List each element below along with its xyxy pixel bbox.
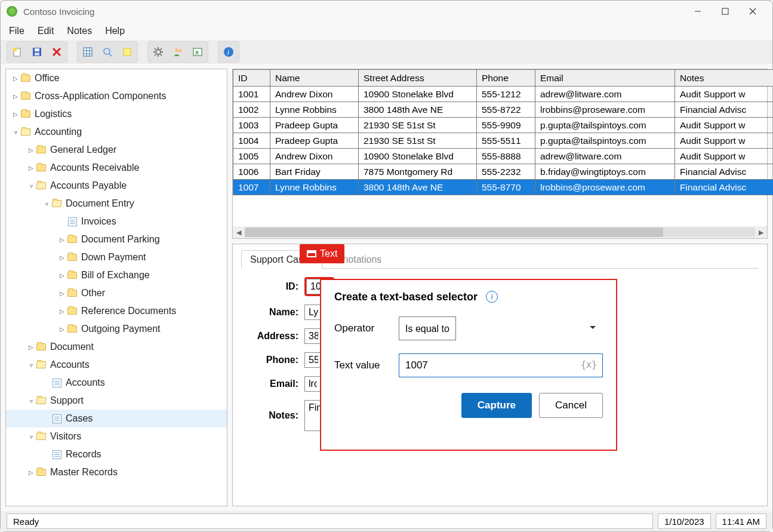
- menu-edit[interactable]: Edit: [38, 26, 54, 36]
- table-cell[interactable]: 1007: [233, 180, 270, 195]
- info-icon[interactable]: i: [220, 43, 238, 61]
- tree-expand-icon[interactable]: ▿: [26, 433, 36, 440]
- table-cell[interactable]: 555-8888: [477, 149, 535, 164]
- table-cell[interactable]: Financial Advisc: [675, 164, 774, 180]
- table-cell[interactable]: 1001: [233, 87, 270, 102]
- tree-expand-icon[interactable]: ▷: [26, 344, 36, 350]
- table-cell[interactable]: 21930 SE 51st St: [359, 118, 477, 133]
- tree-node[interactable]: ▷Office: [6, 69, 227, 87]
- table-cell[interactable]: Andrew Dixon: [270, 149, 359, 164]
- tree-node[interactable]: ▷Outgoing Payment: [6, 320, 227, 338]
- table-row[interactable]: 1004Pradeep Gupta21930 SE 51st St555-551…: [233, 133, 774, 149]
- text-selector-badge[interactable]: Text: [300, 244, 344, 263]
- table-cell[interactable]: adrew@litware.com: [535, 87, 675, 102]
- column-header[interactable]: Name: [270, 70, 359, 87]
- tree-node[interactable]: ▷Bill of Exchange: [6, 266, 227, 284]
- tree-node[interactable]: ▷Logistics: [6, 105, 227, 123]
- cancel-button[interactable]: Cancel: [539, 393, 603, 418]
- column-header[interactable]: Notes: [675, 70, 774, 87]
- tree-expand-icon[interactable]: ▷: [57, 326, 67, 333]
- variable-hint-icon[interactable]: {x}: [581, 359, 597, 370]
- column-header[interactable]: Street Address: [359, 70, 477, 87]
- minimize-button[interactable]: [684, 2, 712, 20]
- table-cell[interactable]: lrobbins@proseware.com: [535, 102, 675, 118]
- excel-icon[interactable]: X: [189, 43, 207, 61]
- tree-node[interactable]: ▿Accounts: [6, 356, 227, 374]
- table-cell[interactable]: 10900 Stonelake Blvd: [359, 149, 477, 164]
- tree-expand-icon[interactable]: ▷: [57, 290, 67, 297]
- table-cell[interactable]: Audit Support w: [675, 133, 774, 149]
- note-icon[interactable]: [118, 43, 136, 61]
- operator-select[interactable]: Is equal to: [399, 316, 456, 340]
- tree-node[interactable]: ▷Reference Documents: [6, 302, 227, 320]
- table-cell[interactable]: p.gupta@tailspintoys.com: [535, 133, 675, 149]
- table-cell[interactable]: lrobbins@proseware.com: [535, 180, 675, 195]
- table-cell[interactable]: 1003: [233, 118, 270, 133]
- column-header[interactable]: ID: [233, 70, 270, 87]
- menu-help[interactable]: Help: [105, 26, 125, 36]
- table-cell[interactable]: 1005: [233, 149, 270, 164]
- table-cell[interactable]: Pradeep Gupta: [270, 118, 359, 133]
- info-icon[interactable]: i: [486, 291, 498, 303]
- users-icon[interactable]: [169, 43, 187, 61]
- tree-expand-icon[interactable]: ▷: [11, 75, 20, 82]
- tree-expand-icon[interactable]: ▷: [26, 147, 36, 153]
- tree-expand-icon[interactable]: ▷: [57, 254, 67, 261]
- tree-expand-icon[interactable]: ▷: [26, 469, 36, 476]
- tree-node[interactable]: ▷General Ledger: [6, 141, 227, 159]
- column-header[interactable]: Phone: [477, 70, 535, 87]
- tree-node[interactable]: ▷Accounts Receivable: [6, 159, 227, 177]
- table-cell[interactable]: Pradeep Gupta: [270, 133, 359, 149]
- tree-expand-icon[interactable]: ▷: [11, 93, 20, 100]
- table-row[interactable]: 1003Pradeep Gupta21930 SE 51st St555-990…: [233, 118, 774, 133]
- tree-expand-icon[interactable]: ▿: [26, 183, 36, 189]
- tree-node[interactable]: ▿Visitors: [6, 428, 227, 445]
- grid-hscroll[interactable]: ◀ ▶: [233, 226, 767, 238]
- new-file-icon[interactable]: [8, 43, 26, 61]
- menu-file[interactable]: File: [9, 26, 24, 36]
- table-cell[interactable]: 21930 SE 51st St: [359, 133, 477, 149]
- table-row[interactable]: 1006Bart Friday7875 Montgomery Rd555-223…: [233, 164, 774, 180]
- table-cell[interactable]: 1002: [233, 102, 270, 118]
- capture-button[interactable]: Capture: [461, 393, 532, 418]
- tree-node[interactable]: ▷Other: [6, 284, 227, 302]
- tree-node[interactable]: Invoices: [6, 213, 227, 230]
- menu-notes[interactable]: Notes: [67, 26, 92, 36]
- table-cell[interactable]: 555-9909: [477, 118, 535, 133]
- column-header[interactable]: Email: [535, 70, 675, 87]
- table-cell[interactable]: Financial Advisc: [675, 180, 774, 195]
- email-field[interactable]: [304, 376, 321, 392]
- tree-node[interactable]: ▿Accounting: [6, 123, 227, 141]
- tree-expand-icon[interactable]: ▷: [26, 165, 36, 171]
- find-icon[interactable]: [98, 43, 116, 61]
- table-row[interactable]: 1005Andrew Dixon10900 Stonelake Blvd555-…: [233, 149, 774, 164]
- close-button[interactable]: [739, 2, 766, 20]
- table-cell[interactable]: b.friday@wingtiptoys.com: [535, 164, 675, 180]
- table-cell[interactable]: 555-5511: [477, 133, 535, 149]
- tree-node[interactable]: ▷Master Records: [6, 463, 227, 481]
- table-cell[interactable]: 10900 Stonelake Blvd: [359, 87, 477, 102]
- tree-node[interactable]: Cases: [6, 410, 227, 428]
- tree-node[interactable]: ▷Down Payment: [6, 248, 227, 266]
- table-cell[interactable]: 555-2232: [477, 164, 535, 180]
- table-cell[interactable]: Lynne Robbins: [270, 102, 359, 118]
- table-cell[interactable]: 3800 148th Ave NE: [359, 180, 477, 195]
- table-cell[interactable]: 555-8722: [477, 102, 535, 118]
- table-cell[interactable]: 3800 148th Ave NE: [359, 102, 477, 118]
- tree-expand-icon[interactable]: ▿: [26, 362, 36, 368]
- save-icon[interactable]: [28, 43, 46, 61]
- table-cell[interactable]: Andrew Dixon: [270, 87, 359, 102]
- gear-icon[interactable]: [149, 43, 167, 61]
- tree-expand-icon[interactable]: ▿: [11, 129, 20, 136]
- tree-node[interactable]: ▷Cross-Application Components: [6, 87, 227, 105]
- table-cell[interactable]: Bart Friday: [270, 164, 359, 180]
- table-row[interactable]: 1007Lynne Robbins3800 148th Ave NE555-87…: [233, 180, 774, 195]
- tree-node[interactable]: ▿Support: [6, 392, 227, 410]
- maximize-button[interactable]: [712, 2, 739, 20]
- table-cell[interactable]: Audit Support w: [675, 118, 774, 133]
- table-cell[interactable]: Lynne Robbins: [270, 180, 359, 195]
- tree-node[interactable]: Records: [6, 445, 227, 463]
- table-cell[interactable]: Audit Support w: [675, 149, 774, 164]
- tree-node[interactable]: Accounts: [6, 374, 227, 392]
- tree-expand-icon[interactable]: ▿: [42, 201, 51, 207]
